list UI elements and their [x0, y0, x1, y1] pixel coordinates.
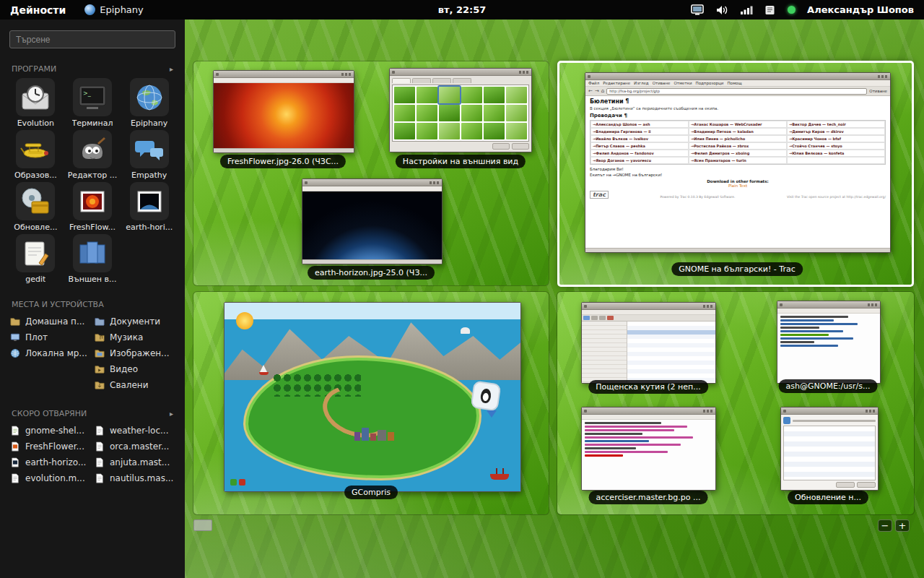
gnome-shell-overview: { "topbar": { "activities": "Дейности", … — [0, 0, 924, 578]
recent-expand-icon[interactable]: ▸ — [170, 410, 173, 418]
remove-workspace-button[interactable]: − — [878, 519, 892, 532]
window-titlebar — [582, 407, 715, 415]
search-input[interactable] — [9, 30, 175, 48]
penguin-badge[interactable] — [471, 380, 502, 411]
app-empathy[interactable]: Empathy — [121, 130, 178, 180]
document-icon — [95, 441, 105, 452]
window-caption[interactable]: GNOME на български! - Trac — [671, 262, 803, 276]
app-label: Empathy — [131, 171, 167, 180]
trac-heading-bulletins: Бюлетини ¶ — [590, 98, 886, 105]
recent-freshflower[interactable]: FreshFlower... — [10, 439, 90, 454]
app-earth-image[interactable]: earth-hori... — [121, 182, 178, 232]
recent-nautilus-master[interactable]: nautilus.mas... — [95, 470, 175, 486]
home-icon[interactable]: ⌂ — [601, 89, 604, 94]
app-epiphany[interactable]: Epiphany — [121, 78, 178, 128]
window-update-manager[interactable] — [780, 407, 879, 491]
penguin-icon — [480, 388, 492, 404]
window-caption[interactable]: FreshFlower.jpg-26.0 (ЧЗС... — [220, 155, 346, 168]
window-statusbar — [302, 259, 442, 264]
activities-button[interactable]: Дейности — [0, 0, 76, 20]
terminal-output — [777, 314, 880, 383]
programs-expand-icon[interactable]: ▸ — [170, 65, 173, 73]
window-caption[interactable]: GCompris — [344, 486, 398, 499]
pictures-folder-icon — [95, 348, 105, 358]
document-icon — [10, 473, 20, 483]
window-caption[interactable]: Пощенска кутия (2 неп... — [588, 380, 708, 394]
recent-anjuta-master[interactable]: anjuta.mast... — [95, 454, 175, 470]
workspace-4[interactable]: Пощенска кутия (2 неп... ash@GNOME:/usr/… — [557, 292, 914, 514]
app-freshflower-image[interactable]: FreshFlow... — [64, 182, 121, 232]
place-downloads[interactable]: Свалени — [95, 377, 175, 393]
app-appearance[interactable]: Външен в... — [64, 234, 121, 284]
back-icon[interactable]: ← — [588, 89, 593, 94]
place-music[interactable]: Музика — [95, 329, 175, 345]
window-gcompris[interactable] — [224, 302, 521, 492]
update-manager-body — [781, 415, 878, 490]
window-titlebar — [214, 71, 354, 78]
app-gcompris[interactable]: Образов... — [7, 130, 64, 180]
app-updates[interactable]: Обновле... — [7, 182, 64, 232]
recent-evolution[interactable]: evolution.m... — [10, 470, 90, 486]
app-evolution[interactable]: Evolution — [7, 78, 64, 128]
epiphany-app-icon — [130, 78, 169, 116]
image-file-icon — [10, 457, 20, 467]
place-videos[interactable]: Видео — [95, 361, 175, 377]
window-mail[interactable] — [581, 302, 716, 384]
workspace-3[interactable]: GCompris — [193, 292, 549, 514]
app-menu[interactable]: Epiphany — [76, 4, 152, 15]
display-icon[interactable] — [691, 4, 704, 16]
window-caption[interactable]: accerciser.master.bg.po ... — [589, 491, 708, 504]
corner-buttons[interactable] — [230, 479, 245, 486]
appearance-icon — [73, 234, 112, 272]
workspace-indicator[interactable] — [193, 519, 212, 531]
window-freshflower[interactable] — [213, 70, 354, 153]
volume-icon[interactable] — [715, 4, 728, 16]
place-local-network[interactable]: Локална мр... — [10, 345, 90, 361]
address-bar[interactable]: http://fsa-bg.org/project/gtp — [606, 88, 867, 95]
go-button[interactable]: Отиване — [869, 89, 887, 93]
browser-toolbar: ← → ⌂ http://fsa-bg.org/project/gtp Отив… — [585, 87, 890, 96]
window-trac-browser[interactable]: ФайлРедактиранеИзглед ОтиванеОтметкиПодп… — [585, 72, 891, 253]
plain-text-link[interactable]: Plain Text — [728, 184, 747, 188]
place-documents[interactable]: Документи — [95, 314, 175, 329]
app-menu-label: Epiphany — [100, 4, 143, 15]
place-home[interactable]: Домашна п... — [10, 314, 90, 329]
forward-icon[interactable]: → — [595, 89, 599, 94]
window-caption[interactable]: Обновление н... — [788, 491, 868, 504]
recent-earth-horizon[interactable]: earth-horizo... — [10, 454, 90, 470]
network-signal-icon[interactable] — [740, 5, 753, 15]
app-gimp[interactable]: Редактор ... — [64, 130, 121, 180]
presence-indicator — [788, 6, 796, 14]
recent-header-label: СКОРО ОТВАРЯНИ — [12, 409, 87, 418]
trac-visit: Visit the Trac open source project at ht… — [787, 195, 886, 199]
user-menu[interactable]: Александър Шопов — [807, 4, 914, 15]
app-label: Обновле... — [14, 223, 57, 232]
window-titlebar — [777, 301, 880, 309]
app-gedit[interactable]: gedit — [7, 234, 64, 284]
workspace-2-active[interactable]: ФайлРедактиранеИзглед ОтиванеОтметкиПодп… — [557, 61, 914, 287]
satellite-dish — [461, 327, 470, 334]
update-buttons[interactable] — [783, 482, 876, 488]
gcompris-scene — [225, 303, 520, 491]
window-earth-horizon[interactable] — [302, 178, 443, 264]
window-appearance-settings[interactable] — [389, 68, 532, 152]
clock[interactable]: вт, 22:57 — [438, 4, 487, 15]
system-tray-icon[interactable] — [764, 5, 776, 15]
recent-weather-loc[interactable]: weather-loc... — [95, 423, 175, 439]
window-titlebar — [302, 179, 442, 186]
window-terminal[interactable] — [777, 301, 881, 384]
workspace-1[interactable]: FreshFlower.jpg-26.0 (ЧЗС... Настройки н… — [193, 61, 549, 285]
earth-horizon-image — [302, 191, 442, 259]
recent-gnome-shell[interactable]: gnome-shel... — [10, 423, 90, 439]
window-caption[interactable]: earth-horizon.jpg-25.0 (ЧЗ... — [308, 266, 435, 280]
add-workspace-button[interactable]: + — [895, 519, 910, 532]
place-pictures[interactable]: Изображен... — [95, 345, 175, 361]
window-caption[interactable]: Настройки на външния вид — [396, 155, 526, 168]
gcompris-plane-icon — [16, 130, 55, 168]
app-terminal[interactable]: >_ Терминал — [64, 78, 121, 128]
window-caption[interactable]: ash@GNOME:/usr/s... — [779, 379, 878, 393]
window-accerciser-po[interactable] — [581, 407, 716, 491]
recent-orca-master[interactable]: orca.master... — [95, 439, 175, 454]
place-desktop[interactable]: Плот — [10, 329, 90, 345]
arrow-marker — [487, 410, 497, 418]
